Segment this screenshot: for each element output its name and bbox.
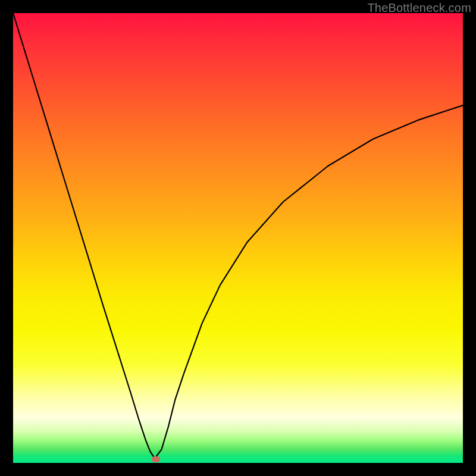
watermark-text: TheBottleneck.com <box>367 1 471 15</box>
minimum-marker <box>152 456 160 462</box>
plot-area <box>13 13 463 463</box>
chart-frame: TheBottleneck.com <box>0 0 476 476</box>
